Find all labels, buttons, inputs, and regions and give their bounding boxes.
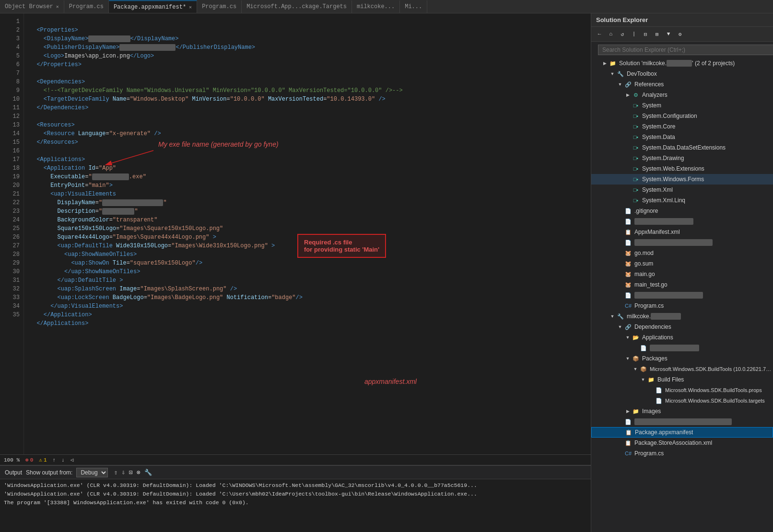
output-toolbar-btn[interactable]: ⇧ (114, 469, 117, 476)
toolbar-btn-expand[interactable]: ⊞ (652, 29, 662, 39)
ref-icon: □▪ (632, 154, 640, 162)
tab-milkcoke-1[interactable]: milkcoke... (352, 0, 400, 13)
tab-package-appxmanifest[interactable]: Package.appxmanifest* ✕ (109, 0, 197, 13)
tree-program-cs[interactable]: C# Program.cs (591, 301, 773, 311)
tree-blurred-4[interactable]: 📄 (591, 416, 773, 427)
solution-explorer-tree[interactable]: ▶ 📁 Solution 'milkcoke. ' (2 of 2 projec… (591, 58, 773, 532)
cs-file-icon: C# (624, 450, 632, 457)
tree-analyzers[interactable]: ▶ ⚙ Analyzers (591, 90, 773, 100)
tree-packages[interactable]: ▼ 📦 Packages (591, 353, 773, 364)
tree-system-web-ext[interactable]: □▪ System.Web.Extensions (591, 163, 773, 174)
tree-system-core[interactable]: □▪ System.Core (591, 121, 773, 132)
tree-expand-icon[interactable]: ▼ (624, 334, 632, 341)
tab-close-icon[interactable]: ✕ (56, 4, 59, 10)
tree-system-drawing[interactable]: □▪ System.Drawing (591, 153, 773, 163)
output-from-label: Show output from: (26, 469, 72, 476)
tree-gitignore[interactable]: 📄 .gitignore (591, 206, 773, 216)
go-file-icon: 🐹 (624, 270, 632, 278)
tree-expand-icon[interactable]: ▼ (609, 312, 616, 320)
tree-ms-sdk[interactable]: ▼ 📦 Microsoft.Windows.SDK.BuildTools (10… (591, 364, 773, 374)
tree-sdk-props[interactable]: 📄 Microsoft.Windows.SDK.BuildTools.props (591, 385, 773, 395)
toolbar-btn-refresh[interactable]: ↺ (617, 29, 628, 39)
tab-object-browser[interactable]: Object Browser ✕ (0, 0, 64, 13)
tree-program-cs-2[interactable]: C# Program.cs (591, 448, 773, 459)
tab-milkcoke-2[interactable]: Mi... (400, 0, 427, 13)
tree-devtoolbox[interactable]: ▼ 🔧 DevToolbox (591, 69, 773, 79)
tree-images-folder[interactable]: ▶ 📁 Images (591, 406, 773, 416)
tree-main-go[interactable]: 🐹 main.go (591, 269, 773, 279)
folder-icon: 📁 (647, 376, 656, 383)
output-toolbar-btn3[interactable]: ⊡ (129, 469, 133, 476)
solution-explorer: Solution Explorer ← ⌂ ↺ | ⊟ ⊞ ▼ ⚙ ▶ 📁 So… (591, 13, 773, 532)
tree-applications[interactable]: ▼ 📂 Applications (591, 332, 773, 343)
tree-go-mod-label: go.mod (634, 250, 773, 256)
tree-program-cs-label: Program.cs (634, 302, 773, 309)
tree-system-xml[interactable]: □▪ System.Xml (591, 185, 773, 195)
tree-expand-icon[interactable]: ▼ (632, 365, 639, 373)
tree-solution-root[interactable]: ▶ 📁 Solution 'milkcoke. ' (2 of 2 projec… (591, 58, 773, 69)
toolbar-btn-back[interactable]: ← (594, 29, 605, 39)
tree-package-appxmanifest-label: Package.appxmanifest (635, 429, 773, 436)
tree-expand-icon[interactable]: ▶ (624, 407, 632, 415)
tree-ms-sdk-label: Microsoft.Windows.SDK.BuildTools (10.0.2… (650, 366, 773, 372)
tab-close-icon[interactable]: ✕ (189, 4, 192, 10)
output-toolbar-btn4[interactable]: ⊗ (137, 469, 141, 476)
tree-sdk-targets[interactable]: 📄 Microsoft.Windows.SDK.BuildTools.targe… (591, 395, 773, 406)
tree-milkcoke-label: milkcoke. (627, 313, 773, 320)
scroll-up-button[interactable]: ↑ (52, 457, 56, 463)
output-source-select[interactable]: Debug (76, 468, 108, 477)
tree-package-store-assoc[interactable]: 📋 Package.StoreAssociation.xml (591, 438, 773, 448)
code-editor[interactable]: <Properties> <DisplayName> </DisplayName… (24, 13, 591, 454)
folder-icon: 📦 (632, 355, 640, 362)
tree-build-files[interactable]: ▼ 📁 Build Files (591, 374, 773, 385)
tree-expand-icon[interactable]: ▼ (639, 376, 647, 383)
tab-program-cs-2[interactable]: Program.cs (197, 0, 242, 13)
tree-expand-icon[interactable]: ▼ (616, 81, 624, 88)
tree-app-blurred[interactable]: 📄 (591, 343, 773, 353)
toolbar-btn-collapse[interactable]: ⊟ (640, 29, 651, 39)
file-icon: 📄 (639, 344, 648, 352)
tree-system-data-ext[interactable]: □▪ System.Data.DataSetExtensions (591, 142, 773, 153)
tree-package-appxmanifest[interactable]: 📋 Package.appxmanifest (591, 427, 773, 438)
tree-main-test-go[interactable]: 🐹 main_test.go (591, 279, 773, 290)
tree-system-data[interactable]: □▪ System.Data (591, 132, 773, 142)
tree-expand-icon[interactable]: ▼ (624, 355, 632, 362)
code-container[interactable]: 12345 678910 1112131415 1617181920 21222… (0, 13, 591, 454)
tree-expand-icon[interactable]: ▼ (616, 323, 624, 331)
toolbar-btn-home[interactable]: ⌂ (606, 29, 616, 39)
tree-system-xml-linq[interactable]: □▪ System.Xml.Linq (591, 195, 773, 206)
tree-expand-icon[interactable]: ▼ (609, 70, 616, 78)
tab-ms-targets[interactable]: Microsoft.App...ckage.Targets (242, 0, 352, 13)
tree-appxmanifest-xml[interactable]: 📋 AppxManifest.xml (591, 227, 773, 237)
toolbar-btn-settings[interactable]: ⚙ (675, 29, 685, 39)
output-header: Output Show output from: Debug ⇧ ⇩ ⊡ ⊗ 🔧 (0, 466, 591, 479)
tree-blurred-3[interactable]: 📄 (591, 290, 773, 301)
tree-go-mod[interactable]: 🐹 go.mod (591, 248, 773, 258)
tree-references[interactable]: ▼ 🔗 References (591, 79, 773, 90)
tab-program-cs-1[interactable]: Program.cs (64, 0, 109, 13)
tree-blurred-1[interactable]: 📄 (591, 216, 773, 227)
tree-milkcoke-proj[interactable]: ▼ 🔧 milkcoke. (591, 311, 773, 322)
tree-system-winforms-label: System.Windows.Forms (642, 176, 773, 183)
tree-expand-icon[interactable]: ▶ (601, 59, 609, 67)
toolbar-btn-sep: | (629, 29, 639, 39)
file-icon: 📄 (624, 418, 632, 426)
solution-explorer-search[interactable] (598, 45, 773, 55)
output-content: 'WindowsApplication.exe' (CLR v4.0.30319… (0, 479, 591, 532)
tree-system[interactable]: □▪ System (591, 100, 773, 111)
tree-system-config[interactable]: □▪ System.Configuration (591, 111, 773, 121)
tree-blurred-2[interactable]: 📄 (591, 237, 773, 248)
output-toolbar-btn2[interactable]: ⇩ (121, 469, 125, 476)
toolbar-btn-filter[interactable]: ▼ (663, 29, 674, 39)
output-toolbar-btn5[interactable]: 🔧 (144, 469, 152, 476)
tree-go-sum[interactable]: 🐹 go.sum (591, 258, 773, 269)
tree-system-winforms[interactable]: □▪ System.Windows.Forms (591, 174, 773, 185)
scroll-left-button[interactable]: ◁ (70, 457, 74, 463)
tree-dependencies[interactable]: ▼ 🔗 Dependencies (591, 322, 773, 332)
tree-system-core-label: System.Core (642, 123, 773, 130)
error-indicator: ⊗ 0 (25, 457, 33, 463)
scroll-down-button[interactable]: ↓ (61, 457, 65, 463)
tree-expand-icon[interactable]: ▶ (624, 91, 632, 99)
tree-blurred-4-label (634, 418, 773, 425)
editor-area: 12345 678910 1112131415 1617181920 21222… (0, 13, 591, 532)
